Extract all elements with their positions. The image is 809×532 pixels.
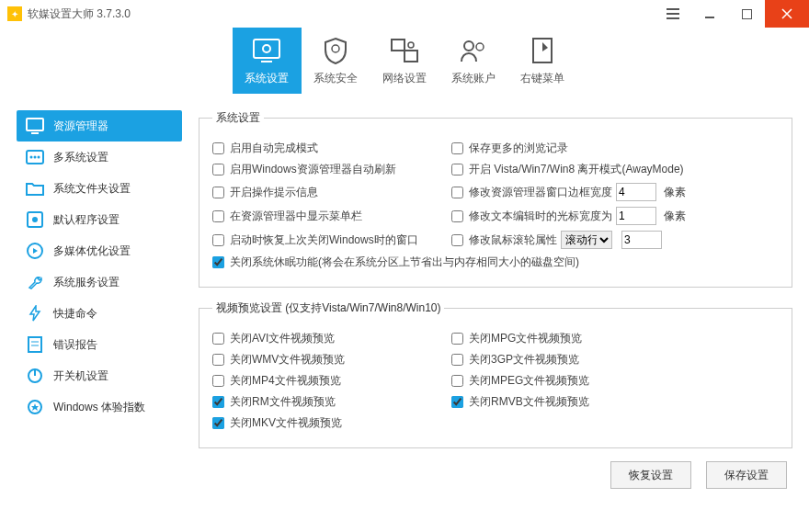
sidebar-item-label: 系统文件夹设置 — [53, 181, 131, 197]
caret-width-input[interactable] — [616, 207, 656, 225]
sidebar-item-power[interactable]: 开关机设置 — [17, 360, 182, 391]
chk-rm[interactable]: 关闭RM文件视频预览 — [212, 394, 336, 410]
wrench-icon — [26, 273, 44, 291]
chk-mp4[interactable]: 关闭MP4文件视频预览 — [212, 373, 341, 389]
sidebar-item-experience-index[interactable]: Windows 体验指数 — [17, 391, 182, 423]
hamburger-icon — [667, 8, 679, 19]
svg-point-6 — [408, 42, 414, 48]
svg-point-7 — [464, 41, 473, 51]
sidebar-item-error-report[interactable]: 错误报告 — [17, 329, 182, 360]
wheel-mode-select[interactable]: 滚动行 — [561, 231, 612, 249]
maximize-icon — [742, 9, 752, 19]
power-icon — [26, 367, 44, 385]
chk-auto-refresh[interactable]: 启用Windows资源管理器自动刷新 — [212, 162, 396, 177]
svg-point-12 — [30, 156, 33, 159]
sidebar-item-label: 快捷命令 — [53, 306, 97, 322]
chk-mkv[interactable]: 关闭MKV文件视频预览 — [212, 415, 342, 431]
tab-system-settings[interactable]: 系统设置 — [233, 28, 302, 94]
menu-button[interactable] — [655, 0, 691, 28]
unit-label: 像素 — [664, 209, 686, 224]
chk-avi[interactable]: 关闭AVI文件视频预览 — [212, 331, 335, 346]
chk-mpg[interactable]: 关闭MPG文件视频预览 — [451, 331, 582, 346]
sidebar-item-label: 系统服务设置 — [53, 275, 120, 290]
sidebar-item-label: 错误报告 — [53, 337, 97, 353]
svg-point-13 — [34, 156, 37, 159]
sidebar-item-default-programs[interactable]: 默认程序设置 — [17, 204, 182, 235]
sidebar: 资源管理器 多系统设置 系统文件夹设置 默认程序设置 多媒体优化设置 系统服务设… — [17, 110, 182, 532]
sidebar-item-label: 默认程序设置 — [53, 212, 120, 228]
shield-icon — [323, 36, 348, 65]
app-icon — [26, 210, 44, 229]
svg-point-8 — [476, 43, 484, 51]
star-gear-icon — [26, 398, 44, 416]
border-width-input[interactable] — [616, 183, 656, 201]
group-legend: 系统设置 — [212, 110, 264, 126]
chk-border-width[interactable]: 修改资源管理器窗口边框宽度 — [451, 185, 612, 200]
svg-rect-4 — [392, 40, 404, 51]
chk-op-tips[interactable]: 开启操作提示信息 — [212, 185, 318, 200]
sidebar-item-label: 开关机设置 — [53, 368, 108, 384]
users-icon — [459, 36, 488, 65]
svg-rect-0 — [742, 9, 751, 18]
app-logo-icon: ✦ — [7, 6, 22, 21]
close-button[interactable] — [765, 0, 809, 28]
sidebar-item-multimedia[interactable]: 多媒体优化设置 — [17, 235, 182, 266]
chk-show-menubar[interactable]: 在资源管理器中显示菜单栏 — [212, 209, 362, 224]
close-icon — [781, 8, 792, 19]
tab-system-security[interactable]: 系统安全 — [302, 28, 370, 94]
chk-rmvb[interactable]: 关闭RMVB文件视频预览 — [451, 394, 589, 410]
sidebar-item-shortcuts[interactable]: 快捷命令 — [17, 298, 182, 329]
chk-3gp[interactable]: 关闭3GP文件视频预览 — [451, 352, 579, 368]
chk-disable-hibernate[interactable]: 关闭系统休眠功能(将会在系统分区上节省出与内存相同大小的磁盘空间) — [212, 255, 579, 270]
chk-autocomplete[interactable]: 启用自动完成模式 — [212, 141, 318, 156]
content-pane: 系统设置 启用自动完成模式 保存更多的浏览记录 启用Windows资源管理器自动… — [182, 110, 792, 532]
titlebar: ✦ 软媒设置大师 3.7.3.0 — [0, 0, 809, 28]
minimize-icon — [704, 8, 715, 19]
svg-point-16 — [32, 217, 38, 222]
sidebar-item-explorer[interactable]: 资源管理器 — [17, 110, 182, 141]
video-preview-group: 视频预览设置 (仅支持Vista/Win7/Win8/Win10) 关闭AVI文… — [199, 300, 792, 448]
network-icon — [390, 36, 419, 65]
minimize-button[interactable] — [691, 0, 728, 28]
svg-rect-18 — [28, 337, 41, 352]
report-icon — [26, 335, 44, 354]
button-row: 恢复设置 保存设置 — [199, 461, 792, 489]
window-title: 软媒设置大师 3.7.3.0 — [28, 6, 131, 22]
group-legend: 视频预览设置 (仅支持Vista/Win7/Win8/Win10) — [212, 300, 444, 316]
restore-button[interactable]: 恢复设置 — [610, 461, 691, 489]
wheel-lines-input[interactable] — [621, 231, 662, 249]
sidebar-item-label: Windows 体验指数 — [53, 400, 145, 415]
tab-network-settings[interactable]: 网络设置 — [370, 28, 439, 94]
svg-point-3 — [332, 45, 339, 52]
tab-context-menu[interactable]: 右键菜单 — [508, 28, 577, 94]
tab-label: 系统账户 — [451, 71, 496, 86]
sidebar-item-services[interactable]: 系统服务设置 — [17, 266, 182, 298]
sidebar-item-label: 资源管理器 — [53, 119, 108, 134]
svg-point-14 — [38, 156, 40, 159]
tab-label: 系统设置 — [245, 71, 289, 86]
maximize-button[interactable] — [728, 0, 765, 28]
tab-label: 系统安全 — [313, 71, 358, 86]
chk-mpeg[interactable]: 关闭MPEG文件视频预览 — [451, 373, 589, 389]
svg-point-2 — [263, 45, 270, 52]
media-icon — [26, 242, 44, 260]
sidebar-item-multisystem[interactable]: 多系统设置 — [17, 141, 182, 173]
save-button[interactable]: 保存设置 — [706, 461, 787, 489]
chk-wheel[interactable]: 修改鼠标滚轮属性 — [451, 232, 557, 248]
context-menu-icon — [531, 36, 553, 65]
chk-more-history[interactable]: 保存更多的浏览记录 — [451, 141, 568, 156]
sidebar-item-label: 多媒体优化设置 — [53, 243, 131, 259]
svg-rect-10 — [27, 119, 43, 130]
chk-restore-windows[interactable]: 启动时恢复上次关闭Windows时的窗口 — [212, 232, 418, 248]
tab-system-accounts[interactable]: 系统账户 — [439, 28, 508, 94]
chk-caret-width[interactable]: 修改文本编辑时的光标宽度为 — [451, 209, 612, 224]
grid-icon — [26, 148, 44, 166]
gear-monitor-icon — [252, 36, 281, 65]
sidebar-item-label: 多系统设置 — [53, 150, 108, 165]
tab-label: 网络设置 — [382, 71, 427, 86]
top-nav: 系统设置 系统安全 网络设置 系统账户 右键菜单 — [0, 28, 809, 94]
chk-wmv[interactable]: 关闭WMV文件视频预览 — [212, 352, 345, 368]
svg-rect-1 — [254, 40, 279, 58]
chk-away-mode[interactable]: 开启 Vista/Win7/Win8 离开模式(AwayMode) — [451, 162, 684, 177]
sidebar-item-folders[interactable]: 系统文件夹设置 — [17, 173, 182, 204]
